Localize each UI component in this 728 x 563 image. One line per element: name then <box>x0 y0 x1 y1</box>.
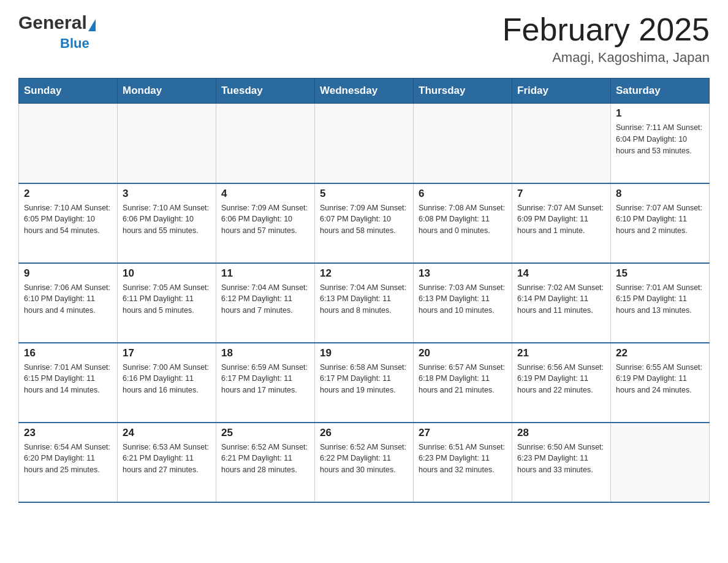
day-number: 3 <box>123 188 211 200</box>
day-number: 13 <box>419 267 507 280</box>
calendar-cell: 6Sunrise: 7:08 AM Sunset: 6:08 PM Daylig… <box>414 183 512 263</box>
calendar-cell: 21Sunrise: 6:56 AM Sunset: 6:19 PM Dayli… <box>512 343 611 423</box>
day-number: 21 <box>517 347 605 359</box>
calendar-cell <box>315 104 414 183</box>
weekday-saturday: Saturday <box>611 79 710 104</box>
day-info: Sunrise: 6:59 AM Sunset: 6:17 PM Dayligh… <box>221 362 309 396</box>
day-info: Sunrise: 7:02 AM Sunset: 6:14 PM Dayligh… <box>517 282 605 316</box>
day-info: Sunrise: 7:10 AM Sunset: 6:05 PM Dayligh… <box>24 202 112 237</box>
calendar-cell: 20Sunrise: 6:57 AM Sunset: 6:18 PM Dayli… <box>414 343 512 423</box>
weekday-friday: Friday <box>512 79 611 104</box>
day-info: Sunrise: 6:55 AM Sunset: 6:19 PM Dayligh… <box>616 362 704 396</box>
calendar-cell: 4Sunrise: 7:09 AM Sunset: 6:06 PM Daylig… <box>216 183 315 263</box>
calendar-cell: 17Sunrise: 7:00 AM Sunset: 6:16 PM Dayli… <box>118 343 216 423</box>
calendar-cell: 27Sunrise: 6:51 AM Sunset: 6:23 PM Dayli… <box>414 423 512 502</box>
day-info: Sunrise: 7:08 AM Sunset: 6:08 PM Dayligh… <box>419 202 507 237</box>
day-info: Sunrise: 7:03 AM Sunset: 6:13 PM Dayligh… <box>419 282 507 316</box>
day-number: 24 <box>123 427 211 439</box>
logo-general-text: General <box>18 12 87 33</box>
weekday-wednesday: Wednesday <box>315 79 414 104</box>
calendar-cell: 9Sunrise: 7:06 AM Sunset: 6:10 PM Daylig… <box>19 263 118 343</box>
day-info: Sunrise: 7:10 AM Sunset: 6:06 PM Dayligh… <box>123 202 211 237</box>
weekday-tuesday: Tuesday <box>216 79 315 104</box>
weekday-row: SundayMondayTuesdayWednesdayThursdayFrid… <box>19 79 710 104</box>
calendar-cell <box>414 104 512 183</box>
day-number: 16 <box>24 347 112 359</box>
calendar-cell: 23Sunrise: 6:54 AM Sunset: 6:20 PM Dayli… <box>19 423 118 502</box>
day-number: 12 <box>320 267 408 280</box>
calendar-cell: 10Sunrise: 7:05 AM Sunset: 6:11 PM Dayli… <box>118 263 216 343</box>
calendar-title: February 2025 <box>502 12 710 47</box>
day-info: Sunrise: 6:54 AM Sunset: 6:20 PM Dayligh… <box>24 442 112 476</box>
day-number: 15 <box>616 267 704 280</box>
calendar-body: 1Sunrise: 7:11 AM Sunset: 6:04 PM Daylig… <box>19 104 710 502</box>
day-info: Sunrise: 6:57 AM Sunset: 6:18 PM Dayligh… <box>419 362 507 396</box>
day-info: Sunrise: 7:04 AM Sunset: 6:13 PM Dayligh… <box>320 282 408 316</box>
calendar-week-row: 9Sunrise: 7:06 AM Sunset: 6:10 PM Daylig… <box>19 263 710 343</box>
day-number: 9 <box>24 267 112 280</box>
day-info: Sunrise: 7:01 AM Sunset: 6:15 PM Dayligh… <box>616 282 704 316</box>
day-info: Sunrise: 6:52 AM Sunset: 6:21 PM Dayligh… <box>221 442 309 476</box>
calendar-cell: 15Sunrise: 7:01 AM Sunset: 6:15 PM Dayli… <box>611 263 710 343</box>
calendar-cell <box>118 104 216 183</box>
day-info: Sunrise: 6:51 AM Sunset: 6:23 PM Dayligh… <box>419 442 507 476</box>
day-number: 14 <box>517 267 605 280</box>
day-number: 6 <box>419 188 507 200</box>
calendar-cell: 22Sunrise: 6:55 AM Sunset: 6:19 PM Dayli… <box>611 343 710 423</box>
calendar-cell: 2Sunrise: 7:10 AM Sunset: 6:05 PM Daylig… <box>19 183 118 263</box>
calendar-subtitle: Amagi, Kagoshima, Japan <box>502 50 710 66</box>
day-info: Sunrise: 6:58 AM Sunset: 6:17 PM Dayligh… <box>320 362 408 396</box>
calendar-cell: 5Sunrise: 7:09 AM Sunset: 6:07 PM Daylig… <box>315 183 414 263</box>
day-number: 26 <box>320 427 408 439</box>
day-number: 4 <box>221 188 309 200</box>
calendar-cell: 1Sunrise: 7:11 AM Sunset: 6:04 PM Daylig… <box>611 104 710 183</box>
day-info: Sunrise: 7:07 AM Sunset: 6:10 PM Dayligh… <box>616 202 704 237</box>
weekday-sunday: Sunday <box>19 79 118 104</box>
calendar-cell: 18Sunrise: 6:59 AM Sunset: 6:17 PM Dayli… <box>216 343 315 423</box>
day-number: 7 <box>517 188 605 200</box>
day-number: 25 <box>221 427 309 439</box>
calendar-cell: 28Sunrise: 6:50 AM Sunset: 6:23 PM Dayli… <box>512 423 611 502</box>
calendar-header: SundayMondayTuesdayWednesdayThursdayFrid… <box>19 79 710 104</box>
day-info: Sunrise: 7:11 AM Sunset: 6:04 PM Dayligh… <box>616 122 704 156</box>
calendar-cell: 11Sunrise: 7:04 AM Sunset: 6:12 PM Dayli… <box>216 263 315 343</box>
calendar-cell <box>512 104 611 183</box>
calendar-cell: 8Sunrise: 7:07 AM Sunset: 6:10 PM Daylig… <box>611 183 710 263</box>
day-number: 10 <box>123 267 211 280</box>
calendar-week-row: 23Sunrise: 6:54 AM Sunset: 6:20 PM Dayli… <box>19 423 710 502</box>
calendar-cell: 19Sunrise: 6:58 AM Sunset: 6:17 PM Dayli… <box>315 343 414 423</box>
calendar-cell: 12Sunrise: 7:04 AM Sunset: 6:13 PM Dayli… <box>315 263 414 343</box>
day-number: 8 <box>616 188 704 200</box>
day-info: Sunrise: 7:07 AM Sunset: 6:09 PM Dayligh… <box>517 202 605 237</box>
day-info: Sunrise: 7:06 AM Sunset: 6:10 PM Dayligh… <box>24 282 112 316</box>
day-info: Sunrise: 6:50 AM Sunset: 6:23 PM Dayligh… <box>517 442 605 476</box>
day-info: Sunrise: 7:00 AM Sunset: 6:16 PM Dayligh… <box>123 362 211 396</box>
day-number: 23 <box>24 427 112 439</box>
day-info: Sunrise: 6:56 AM Sunset: 6:19 PM Dayligh… <box>517 362 605 396</box>
calendar-cell: 7Sunrise: 7:07 AM Sunset: 6:09 PM Daylig… <box>512 183 611 263</box>
day-info: Sunrise: 7:05 AM Sunset: 6:11 PM Dayligh… <box>123 282 211 316</box>
day-number: 17 <box>123 347 211 359</box>
weekday-thursday: Thursday <box>414 79 512 104</box>
day-info: Sunrise: 7:01 AM Sunset: 6:15 PM Dayligh… <box>24 362 112 396</box>
calendar-cell: 13Sunrise: 7:03 AM Sunset: 6:13 PM Dayli… <box>414 263 512 343</box>
logo: General Blue <box>18 12 96 52</box>
calendar-cell: 25Sunrise: 6:52 AM Sunset: 6:21 PM Dayli… <box>216 423 315 502</box>
day-number: 2 <box>24 188 112 200</box>
day-number: 20 <box>419 347 507 359</box>
weekday-monday: Monday <box>118 79 216 104</box>
day-number: 28 <box>517 427 605 439</box>
logo-triangle-icon <box>88 19 96 31</box>
day-info: Sunrise: 7:09 AM Sunset: 6:06 PM Dayligh… <box>221 202 309 237</box>
day-info: Sunrise: 6:53 AM Sunset: 6:21 PM Dayligh… <box>123 442 211 476</box>
day-number: 5 <box>320 188 408 200</box>
calendar-week-row: 1Sunrise: 7:11 AM Sunset: 6:04 PM Daylig… <box>19 104 710 183</box>
calendar-cell: 26Sunrise: 6:52 AM Sunset: 6:22 PM Dayli… <box>315 423 414 502</box>
calendar-cell: 24Sunrise: 6:53 AM Sunset: 6:21 PM Dayli… <box>118 423 216 502</box>
day-number: 18 <box>221 347 309 359</box>
day-number: 11 <box>221 267 309 280</box>
day-number: 27 <box>419 427 507 439</box>
day-number: 22 <box>616 347 704 359</box>
day-info: Sunrise: 6:52 AM Sunset: 6:22 PM Dayligh… <box>320 442 408 476</box>
day-info: Sunrise: 7:09 AM Sunset: 6:07 PM Dayligh… <box>320 202 408 237</box>
